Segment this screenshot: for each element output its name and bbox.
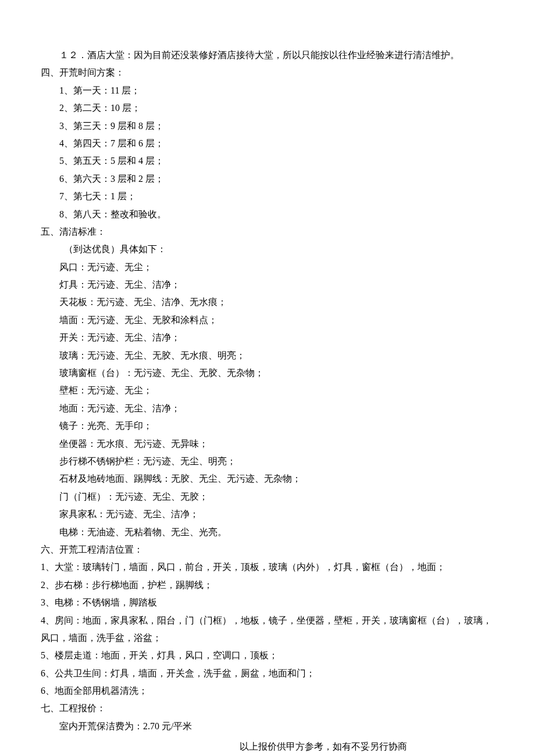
section5-item: 壁柜：无污迹、无尘； bbox=[41, 382, 494, 399]
section5-item: 玻璃：无污迹、无尘、无胶、无水痕、明亮； bbox=[41, 347, 494, 364]
section6-heading: 六、开荒工程清洁位置： bbox=[41, 541, 494, 558]
section3-item-12: １２．酒店大堂：因为目前还没装修好酒店接待大堂，所以只能按以往作业经验来进行清洁… bbox=[41, 46, 494, 64]
section5-item: 坐便器：无水痕、无污迹、无异味； bbox=[41, 435, 494, 453]
section5-item: 墙面：无污迹、无尘、无胶和涂料点； bbox=[41, 311, 494, 329]
section4-item: 1、第一天：11 层； bbox=[41, 82, 494, 99]
section5-item: 门（门框）：无污迹、无尘、无胶； bbox=[41, 488, 494, 506]
section6-item: 3、电梯：不锈钢墙，脚踏板 bbox=[41, 594, 494, 611]
section6-item: 4、房间：地面，家具家私，阳台，门（门框），地板，镜子，坐便器，壁柜，开关，玻璃… bbox=[41, 612, 494, 647]
section4-item: 3、第三天：9 层和 8 层； bbox=[41, 117, 494, 135]
section4-item: 4、第四天：7 层和 6 层； bbox=[41, 135, 494, 152]
section6-item: 6、地面全部用机器清洗； bbox=[41, 682, 494, 700]
section4-item: 5、第五天：5 层和 4 层； bbox=[41, 152, 494, 170]
section6-item: 1、大堂：玻璃转门，墙面，风口，前台，开关，顶板，玻璃（内外），灯具，窗框（台）… bbox=[41, 558, 494, 576]
section4-item: 6、第六天：3 层和 2 层； bbox=[41, 170, 494, 188]
section4-heading: 四、开荒时间方案： bbox=[41, 64, 494, 81]
section5-item: 灯具：无污迹、无尘、洁净； bbox=[41, 276, 494, 293]
section7-line1: 室内开荒保洁费为：2.70 元/平米 bbox=[41, 718, 494, 735]
section5-item: 地面：无污迹、无尘、洁净； bbox=[41, 400, 494, 417]
section4-item: 2、第二天：10 层； bbox=[41, 99, 494, 117]
section5-heading: 五、清洁标准： bbox=[41, 223, 494, 241]
section5-item: 步行梯不锈钢护栏：无污迹、无尘、明亮； bbox=[41, 453, 494, 470]
section5-item: 家具家私：无污迹、无尘、洁净； bbox=[41, 506, 494, 523]
section5-item: 镜子：光亮、无手印； bbox=[41, 417, 494, 435]
section5-item: 石材及地砖地面、踢脚线：无胶、无尘、无污迹、无杂物； bbox=[41, 470, 494, 488]
section7-heading: 七、工程报价： bbox=[41, 700, 494, 717]
section6-item: 2、步右梯：步行梯地面，护栏，踢脚线； bbox=[41, 576, 494, 594]
section5-item: 天花板：无污迹、无尘、洁净、无水痕； bbox=[41, 293, 494, 311]
section5-item: 电梯：无油迹、无粘着物、无尘、光亮。 bbox=[41, 524, 494, 541]
section5-item: 玻璃窗框（台）：无污迹、无尘、无胶、无杂物； bbox=[41, 364, 494, 382]
section5-item: 开关：无污迹、无尘、洁净； bbox=[41, 329, 494, 346]
section6-item: 6、公共卫生间：灯具，墙面，开关盒，洗手盆，厕盆，地面和门； bbox=[41, 665, 494, 682]
section4-item: 8、第八天：整改和验收。 bbox=[41, 206, 494, 223]
section5-intro: （到达优良）具体如下： bbox=[41, 241, 494, 258]
section6-item-4-line1: 4、房间：地面，家具家私，阳台，门（门框），地板，镜子，坐便器，壁柜，开关，玻璃… bbox=[41, 615, 492, 643]
section4-item: 7、第七天：1 层； bbox=[41, 188, 494, 205]
section6-item: 5、楼层走道：地面，开关，灯具，风口，空调口，顶板； bbox=[41, 647, 494, 664]
section7-footer: 以上报价供甲方参考，如有不妥另行协商 bbox=[41, 738, 494, 755]
section5-item: 风口：无污迹、无尘； bbox=[41, 259, 494, 276]
